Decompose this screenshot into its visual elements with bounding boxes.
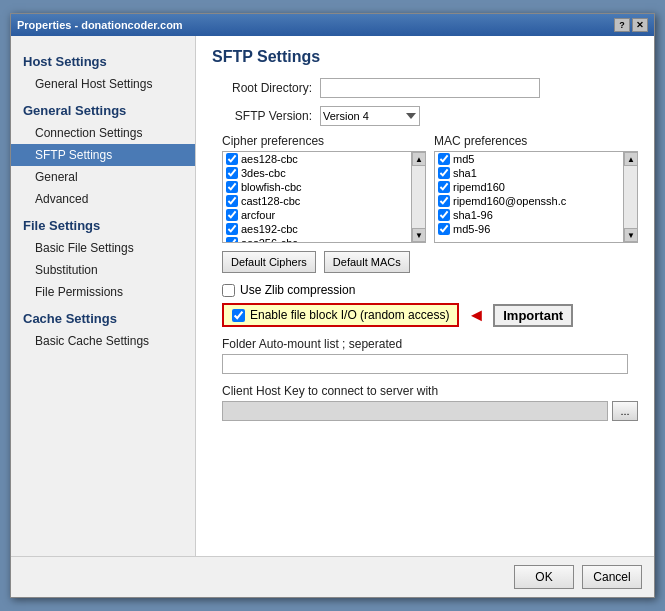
scroll-down-btn[interactable]: ▼ bbox=[412, 228, 426, 242]
cache-settings-section: Cache Settings bbox=[11, 303, 195, 330]
general-settings-section: General Settings bbox=[11, 95, 195, 122]
title-bar-buttons: ? ✕ bbox=[614, 18, 648, 32]
host-settings-section: Host Settings bbox=[11, 46, 195, 73]
title-bar: Properties - donationcoder.com ? ✕ bbox=[11, 14, 654, 36]
cipher-box: Cipher preferences aes128-cbc 3des-cbc b… bbox=[222, 134, 426, 243]
folder-mount-input[interactable] bbox=[222, 354, 628, 374]
client-host-key-row: ... bbox=[222, 401, 638, 421]
sidebar-item-basic-file[interactable]: Basic File Settings bbox=[11, 237, 195, 259]
sftp-version-label: SFTP Version: bbox=[212, 109, 312, 123]
cancel-button[interactable]: Cancel bbox=[582, 565, 642, 589]
list-item: sha1 bbox=[435, 166, 623, 180]
list-item: aes128-cbc bbox=[223, 152, 411, 166]
default-macs-button[interactable]: Default MACs bbox=[324, 251, 410, 273]
list-item: ripemd160 bbox=[435, 180, 623, 194]
enable-fileblock-checkbox[interactable] bbox=[232, 309, 245, 322]
scroll-up-btn[interactable]: ▲ bbox=[412, 152, 426, 166]
mac-scroll-track bbox=[624, 166, 637, 228]
list-item: cast128-cbc bbox=[223, 194, 411, 208]
list-item: md5-96 bbox=[435, 222, 623, 236]
client-host-key-label: Client Host Key to connect to server wit… bbox=[222, 384, 638, 398]
mac-scroll-up-btn[interactable]: ▲ bbox=[624, 152, 638, 166]
mac-list-container: md5 sha1 ripemd160 ripemd160@openssh.c s… bbox=[434, 151, 638, 243]
list-item: aes256-cbc bbox=[223, 236, 411, 242]
sidebar-item-advanced[interactable]: Advanced bbox=[11, 188, 195, 210]
enable-fileblock-box: Enable file block I/O (random access) bbox=[222, 303, 459, 327]
cipher-list-container: aes128-cbc 3des-cbc blowfish-cbc cast128… bbox=[222, 151, 426, 243]
help-button[interactable]: ? bbox=[614, 18, 630, 32]
mac-title: MAC preferences bbox=[434, 134, 638, 148]
sftp-version-select[interactable]: Version 4 Version 3 Version 5 Version 6 bbox=[320, 106, 420, 126]
folder-mount-label: Folder Auto-mount list ; seperated bbox=[222, 337, 638, 351]
sidebar-item-connection-settings[interactable]: Connection Settings bbox=[11, 122, 195, 144]
mac-scrollbar: ▲ ▼ bbox=[623, 152, 637, 242]
mac-list[interactable]: md5 sha1 ripemd160 ripemd160@openssh.c s… bbox=[435, 152, 623, 242]
list-item: ripemd160@openssh.c bbox=[435, 194, 623, 208]
mac-scroll-down-btn[interactable]: ▼ bbox=[624, 228, 638, 242]
sidebar-item-substitution[interactable]: Substitution bbox=[11, 259, 195, 281]
important-badge: Important bbox=[493, 304, 573, 327]
root-directory-row: Root Directory: bbox=[212, 78, 638, 98]
list-item: aes192-cbc bbox=[223, 222, 411, 236]
list-item: arcfour bbox=[223, 208, 411, 222]
cipher-scrollbar: ▲ ▼ bbox=[411, 152, 425, 242]
zlib-label: Use Zlib compression bbox=[240, 283, 355, 297]
enable-fileblock-label: Enable file block I/O (random access) bbox=[250, 308, 449, 322]
list-item: md5 bbox=[435, 152, 623, 166]
sidebar: Host Settings General Host Settings Gene… bbox=[11, 36, 196, 556]
default-ciphers-button[interactable]: Default Ciphers bbox=[222, 251, 316, 273]
list-item: 3des-cbc bbox=[223, 166, 411, 180]
list-item: blowfish-cbc bbox=[223, 180, 411, 194]
cipher-list[interactable]: aes128-cbc 3des-cbc blowfish-cbc cast128… bbox=[223, 152, 411, 242]
root-directory-label: Root Directory: bbox=[212, 81, 312, 95]
client-host-key-input[interactable] bbox=[222, 401, 608, 421]
main-layout: Host Settings General Host Settings Gene… bbox=[11, 36, 654, 556]
page-title: SFTP Settings bbox=[212, 48, 638, 66]
list-item: sha1-96 bbox=[435, 208, 623, 222]
sidebar-item-file-permissions[interactable]: File Permissions bbox=[11, 281, 195, 303]
mac-box: MAC preferences md5 sha1 ripemd160 ripem… bbox=[434, 134, 638, 243]
scroll-track bbox=[412, 166, 425, 228]
main-window: Properties - donationcoder.com ? ✕ Host … bbox=[10, 13, 655, 598]
ok-button[interactable]: OK bbox=[514, 565, 574, 589]
cipher-title: Cipher preferences bbox=[222, 134, 426, 148]
sidebar-item-general-host[interactable]: General Host Settings bbox=[11, 73, 195, 95]
window-title: Properties - donationcoder.com bbox=[17, 19, 183, 31]
footer: OK Cancel bbox=[11, 556, 654, 597]
root-directory-input[interactable] bbox=[320, 78, 540, 98]
sftp-version-row: SFTP Version: Version 4 Version 3 Versio… bbox=[212, 106, 638, 126]
enable-fileblock-row: Enable file block I/O (random access) ◄ … bbox=[222, 303, 638, 327]
cipher-mac-section: Cipher preferences aes128-cbc 3des-cbc b… bbox=[222, 134, 638, 243]
file-settings-section: File Settings bbox=[11, 210, 195, 237]
arrow-icon: ◄ bbox=[467, 305, 485, 326]
sidebar-item-basic-cache[interactable]: Basic Cache Settings bbox=[11, 330, 195, 352]
content-area: SFTP Settings Root Directory: SFTP Versi… bbox=[196, 36, 654, 556]
sidebar-item-general[interactable]: General bbox=[11, 166, 195, 188]
close-button[interactable]: ✕ bbox=[632, 18, 648, 32]
default-buttons-row: Default Ciphers Default MACs bbox=[222, 251, 638, 273]
zlib-checkbox[interactable] bbox=[222, 284, 235, 297]
sidebar-item-sftp-settings[interactable]: SFTP Settings bbox=[11, 144, 195, 166]
zlib-row: Use Zlib compression bbox=[222, 283, 638, 297]
browse-button[interactable]: ... bbox=[612, 401, 638, 421]
